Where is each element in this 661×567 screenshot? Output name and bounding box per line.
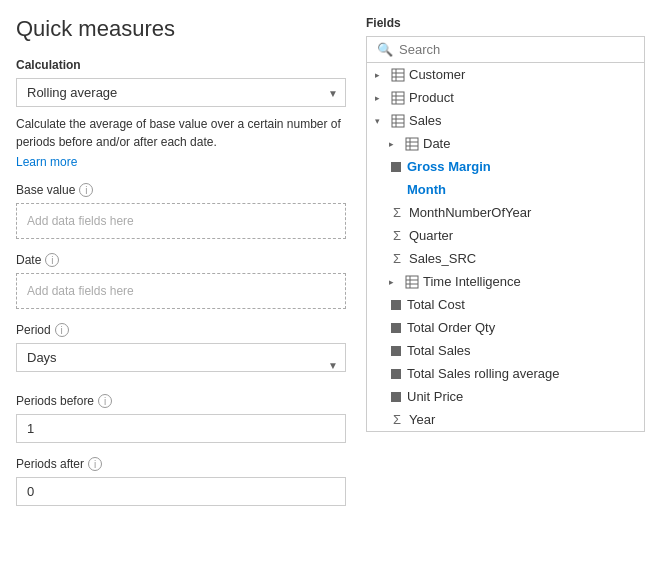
base-value-info-icon: i: [79, 183, 93, 197]
svg-rect-22: [391, 323, 401, 333]
measure-icon: [389, 367, 403, 381]
period-dropdown-wrapper: Days ▼: [16, 343, 346, 386]
right-panel: Fields 🔍 ▸ Customer▸ Product▾ Sales▸: [366, 16, 645, 551]
periods-before-info-icon: i: [98, 394, 112, 408]
svg-rect-16: [391, 162, 401, 172]
svg-rect-4: [392, 92, 404, 104]
sigma-icon: Σ: [389, 205, 405, 220]
calculation-dropdown-wrapper: Rolling average ▼: [16, 78, 346, 107]
svg-rect-21: [391, 300, 401, 310]
svg-rect-0: [392, 69, 404, 81]
chevron-icon: ▸: [375, 93, 387, 103]
periods-after-input[interactable]: [16, 477, 346, 506]
fields-list: ▸ Customer▸ Product▾ Sales▸ Date: [366, 63, 645, 432]
date-input[interactable]: Add data fields here: [16, 273, 346, 309]
field-label-text: Quarter: [409, 228, 453, 243]
field-label-text: Unit Price: [407, 389, 463, 404]
field-item-total-sales-rolling[interactable]: Total Sales rolling average: [367, 362, 644, 385]
fields-label: Fields: [366, 16, 645, 30]
date-label: Date i: [16, 253, 346, 267]
calculation-description: Calculate the average of base value over…: [16, 115, 346, 151]
field-item-month-number[interactable]: ΣMonthNumberOfYear: [367, 201, 644, 224]
measure-icon: [389, 298, 403, 312]
search-input[interactable]: [399, 42, 634, 57]
search-icon: 🔍: [377, 42, 393, 57]
field-item-month[interactable]: Month: [367, 178, 644, 201]
svg-rect-25: [391, 392, 401, 402]
field-label-text: Sales: [409, 113, 442, 128]
field-item-quarter[interactable]: ΣQuarter: [367, 224, 644, 247]
field-item-year[interactable]: ΣYear: [367, 408, 644, 431]
search-box: 🔍: [366, 36, 645, 63]
field-item-total-sales[interactable]: Total Sales: [367, 339, 644, 362]
periods-before-input[interactable]: [16, 414, 346, 443]
measure-icon: [389, 344, 403, 358]
svg-rect-23: [391, 346, 401, 356]
measure-icon: [389, 321, 403, 335]
period-dropdown[interactable]: Days: [16, 343, 346, 372]
table-icon: [391, 114, 405, 128]
field-label-text: Time Intelligence: [423, 274, 521, 289]
svg-rect-12: [406, 138, 418, 150]
measure-icon: [389, 390, 403, 404]
field-label-text: Product: [409, 90, 454, 105]
svg-rect-24: [391, 369, 401, 379]
chevron-icon: ▸: [389, 139, 401, 149]
chevron-icon: ▸: [375, 70, 387, 80]
field-item-gross-margin[interactable]: Gross Margin: [367, 155, 644, 178]
field-label-text: MonthNumberOfYear: [409, 205, 531, 220]
sigma-icon: Σ: [389, 412, 405, 427]
page-title: Quick measures: [16, 16, 346, 42]
field-item-total-cost[interactable]: Total Cost: [367, 293, 644, 316]
field-label-text: Total Order Qty: [407, 320, 495, 335]
periods-after-info-icon: i: [88, 457, 102, 471]
field-item-date[interactable]: ▸ Date: [367, 132, 644, 155]
field-label-text: Total Cost: [407, 297, 465, 312]
field-label-text: Customer: [409, 67, 465, 82]
field-label-text: Sales_SRC: [409, 251, 476, 266]
base-value-label: Base value i: [16, 183, 346, 197]
table-icon: [391, 91, 405, 105]
table-icon: [405, 275, 419, 289]
svg-rect-8: [392, 115, 404, 127]
field-label-text: Month: [407, 182, 446, 197]
field-label-text: Total Sales: [407, 343, 471, 358]
field-item-total-order-qty[interactable]: Total Order Qty: [367, 316, 644, 339]
calculation-label: Calculation: [16, 58, 346, 72]
periods-after-label: Periods after i: [16, 457, 346, 471]
sigma-icon: Σ: [389, 251, 405, 266]
field-item-product[interactable]: ▸ Product: [367, 86, 644, 109]
field-label-text: Date: [423, 136, 450, 151]
field-item-sales[interactable]: ▾ Sales: [367, 109, 644, 132]
learn-more-link[interactable]: Learn more: [16, 155, 346, 169]
sigma-icon: Σ: [389, 228, 405, 243]
svg-rect-17: [406, 276, 418, 288]
periods-before-label: Periods before i: [16, 394, 346, 408]
period-label: Period i: [16, 323, 346, 337]
field-label-text: Gross Margin: [407, 159, 491, 174]
field-item-unit-price[interactable]: Unit Price: [367, 385, 644, 408]
chevron-icon: ▸: [389, 277, 401, 287]
field-label-text: Total Sales rolling average: [407, 366, 559, 381]
calculation-dropdown[interactable]: Rolling average: [16, 78, 346, 107]
field-label-text: Year: [409, 412, 435, 427]
period-info-icon: i: [55, 323, 69, 337]
field-item-customer[interactable]: ▸ Customer: [367, 63, 644, 86]
left-panel: Quick measures Calculation Rolling avera…: [16, 16, 346, 551]
base-value-input[interactable]: Add data fields here: [16, 203, 346, 239]
field-item-time-intel[interactable]: ▸ Time Intelligence: [367, 270, 644, 293]
measure-icon: [389, 160, 403, 174]
chevron-icon: ▾: [375, 116, 387, 126]
date-info-icon: i: [45, 253, 59, 267]
table-icon: [391, 68, 405, 82]
field-item-sales-src[interactable]: ΣSales_SRC: [367, 247, 644, 270]
table-icon: [405, 137, 419, 151]
